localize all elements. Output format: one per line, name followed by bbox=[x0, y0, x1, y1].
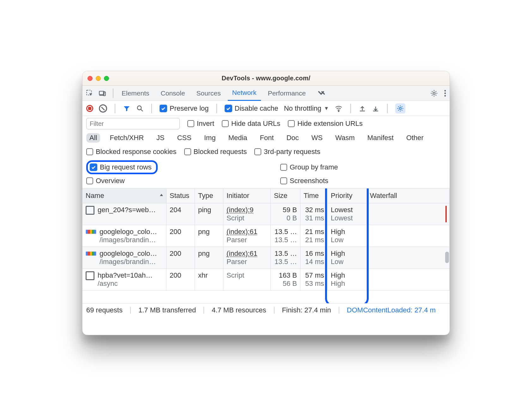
throttling-select[interactable]: No throttling ▼ bbox=[284, 104, 329, 113]
separator bbox=[387, 104, 388, 113]
requests-table-wrap: Name Status Type Initiator Size Time Pri… bbox=[82, 188, 450, 303]
tab-network[interactable]: Network bbox=[228, 86, 261, 101]
status-bar: 69 requests 1.7 MB transferred 4.7 MB re… bbox=[82, 303, 450, 317]
scrollbar-thumb[interactable] bbox=[445, 252, 449, 263]
filter-row: Invert Hide data URLs Hide extension URL… bbox=[82, 116, 450, 131]
google-logo-thumb-icon bbox=[86, 230, 96, 234]
tab-console[interactable]: Console bbox=[156, 86, 190, 101]
status-domcontentloaded: DOMContentLoaded: 27.4 m bbox=[347, 306, 436, 314]
minimize-icon[interactable] bbox=[96, 76, 101, 81]
waterfall-bar bbox=[445, 206, 447, 222]
chip-ws[interactable]: WS bbox=[308, 133, 326, 143]
separator bbox=[113, 89, 113, 98]
chip-css[interactable]: CSS bbox=[174, 133, 195, 143]
col-size[interactable]: Size bbox=[271, 188, 300, 203]
window-controls bbox=[88, 76, 109, 81]
sort-asc-icon bbox=[159, 191, 164, 199]
close-icon[interactable] bbox=[88, 76, 93, 81]
download-har-icon[interactable] bbox=[372, 105, 379, 112]
chip-fetch-xhr[interactable]: Fetch/XHR bbox=[106, 133, 147, 143]
tab-elements[interactable]: Elements bbox=[117, 86, 154, 101]
chip-js[interactable]: JS bbox=[153, 133, 168, 143]
blocked-requests-checkbox[interactable]: Blocked requests bbox=[184, 148, 247, 156]
blocked-response-cookies-checkbox[interactable]: Blocked response cookies bbox=[86, 148, 177, 156]
table-row[interactable]: googlelogo_colo…/images/brandin… 200 png… bbox=[82, 247, 450, 269]
group-by-frame-checkbox[interactable]: Group by frame bbox=[280, 163, 338, 171]
third-party-requests-checkbox[interactable]: 3rd-party requests bbox=[254, 148, 320, 156]
col-initiator[interactable]: Initiator bbox=[223, 188, 271, 203]
invert-label: Invert bbox=[197, 120, 214, 128]
table-row[interactable]: hpba?vet=10ah…/async 200 xhr Script 163 … bbox=[82, 269, 450, 291]
disable-cache-checkbox[interactable]: Disable cache bbox=[225, 104, 278, 113]
document-icon bbox=[86, 206, 94, 215]
tab-performance[interactable]: Performance bbox=[263, 86, 310, 101]
panel-tabs: Elements Console Sources Network Perform… bbox=[82, 86, 450, 101]
window-title: DevTools - www.google.com/ bbox=[82, 75, 450, 82]
disable-cache-label: Disable cache bbox=[235, 104, 278, 113]
tabs-overflow[interactable] bbox=[313, 86, 331, 101]
col-status[interactable]: Status bbox=[166, 188, 195, 203]
col-priority[interactable]: Priority bbox=[328, 188, 367, 203]
table-row[interactable]: googlelogo_colo…/images/brandin… 200 png… bbox=[82, 225, 450, 247]
hide-data-urls-label: Hide data URLs bbox=[231, 120, 280, 128]
col-name[interactable]: Name bbox=[82, 188, 166, 203]
tab-sources[interactable]: Sources bbox=[192, 86, 225, 101]
svg-point-8 bbox=[338, 111, 339, 112]
preserve-log-checkbox[interactable]: Preserve log bbox=[160, 104, 209, 113]
device-toolbar-icon[interactable] bbox=[98, 89, 106, 97]
network-settings-icon[interactable] bbox=[395, 103, 405, 114]
overview-checkbox[interactable]: Overview bbox=[86, 177, 125, 185]
document-icon bbox=[86, 271, 94, 280]
status-transferred: 1.7 MB transferred bbox=[138, 306, 196, 314]
big-request-rows-checkbox[interactable]: Big request rows bbox=[90, 163, 152, 171]
col-time[interactable]: Time bbox=[300, 188, 328, 203]
col-type[interactable]: Type bbox=[195, 188, 223, 203]
chip-other[interactable]: Other bbox=[403, 133, 427, 143]
extra-filters: Blocked response cookies Blocked request… bbox=[82, 145, 450, 158]
preserve-log-label: Preserve log bbox=[170, 104, 209, 113]
titlebar: DevTools - www.google.com/ bbox=[82, 71, 450, 86]
chip-wasm[interactable]: Wasm bbox=[332, 133, 358, 143]
svg-point-6 bbox=[444, 95, 446, 96]
status-finish: Finish: 27.4 min bbox=[282, 306, 331, 314]
hide-ext-urls-checkbox[interactable]: Hide extension URLs bbox=[288, 120, 363, 128]
devtools-window: DevTools - www.google.com/ Elements Cons… bbox=[82, 71, 450, 335]
chip-media[interactable]: Media bbox=[225, 133, 251, 143]
filter-icon[interactable] bbox=[123, 105, 130, 112]
throttling-value: No throttling bbox=[284, 104, 322, 113]
kebab-menu-icon[interactable] bbox=[444, 89, 446, 97]
chip-all[interactable]: All bbox=[86, 133, 100, 143]
separator bbox=[216, 104, 217, 113]
settings-icon[interactable] bbox=[430, 89, 438, 97]
chip-img[interactable]: Img bbox=[201, 133, 219, 143]
filter-input[interactable] bbox=[86, 118, 180, 129]
search-icon[interactable] bbox=[136, 105, 144, 112]
inspect-element-icon[interactable] bbox=[86, 89, 94, 97]
svg-point-5 bbox=[444, 92, 446, 94]
chevron-down-icon: ▼ bbox=[324, 106, 329, 111]
requests-table: Name Status Type Initiator Size Time Pri… bbox=[82, 188, 450, 291]
table-row[interactable]: gen_204?s=web… 204 ping (index):9Script … bbox=[82, 203, 450, 225]
upload-har-icon[interactable] bbox=[359, 105, 366, 112]
network-toolbar: Preserve log Disable cache No throttling… bbox=[82, 101, 450, 116]
view-options: Big request rows Group by frame Overview… bbox=[82, 158, 450, 188]
zoom-icon[interactable] bbox=[104, 76, 109, 81]
separator bbox=[350, 104, 351, 113]
big-request-rows-highlight: Big request rows bbox=[86, 160, 158, 174]
col-waterfall[interactable]: Waterfall bbox=[367, 188, 450, 203]
table-header-row: Name Status Type Initiator Size Time Pri… bbox=[82, 188, 450, 203]
record-button[interactable] bbox=[86, 105, 93, 112]
invert-checkbox[interactable]: Invert bbox=[187, 120, 214, 128]
status-requests: 69 requests bbox=[86, 306, 123, 314]
chip-doc[interactable]: Doc bbox=[283, 133, 302, 143]
screenshots-checkbox[interactable]: Screenshots bbox=[280, 177, 328, 185]
google-logo-thumb-icon bbox=[86, 251, 96, 256]
svg-point-3 bbox=[433, 92, 435, 94]
svg-point-7 bbox=[137, 106, 141, 109]
svg-point-4 bbox=[444, 90, 446, 91]
chip-manifest[interactable]: Manifest bbox=[364, 133, 397, 143]
hide-data-urls-checkbox[interactable]: Hide data URLs bbox=[222, 120, 280, 128]
chip-font[interactable]: Font bbox=[257, 133, 277, 143]
clear-button[interactable] bbox=[99, 104, 107, 113]
network-conditions-icon[interactable] bbox=[335, 104, 343, 113]
